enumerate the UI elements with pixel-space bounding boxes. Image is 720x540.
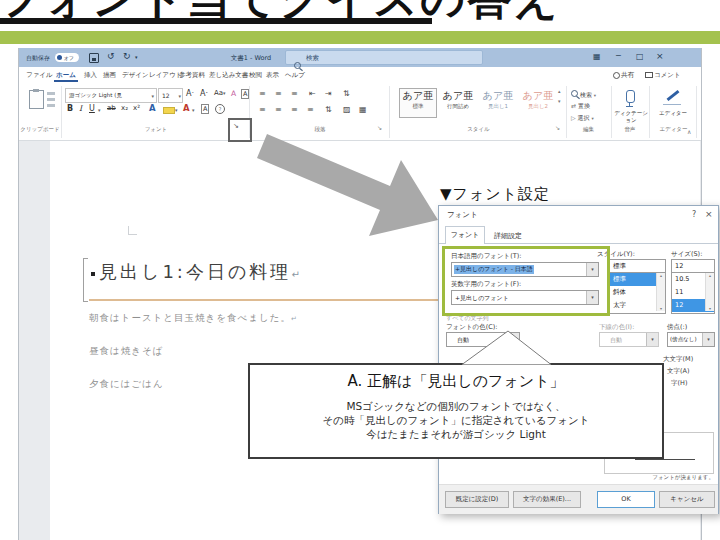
underline-color-dropdown-icon[interactable]: ▾ (646, 333, 658, 346)
style-scrollbar[interactable]: ▴ ▾ (656, 273, 665, 311)
shading-icon[interactable]: ▨ (343, 105, 351, 114)
emphasis-combo[interactable]: (傍点なし) ▾ (667, 332, 715, 347)
multilevel-list-icon[interactable]: ≡ (291, 89, 298, 98)
text-effects-button[interactable]: A (149, 103, 156, 113)
style-textbox[interactable]: 標準 (609, 259, 666, 273)
tab-layout[interactable]: レイアウト (149, 71, 182, 80)
style-card-heading1[interactable]: あア亜 見出し1 (479, 88, 517, 118)
ok-button[interactable]: OK (597, 491, 655, 508)
sort-icon[interactable]: ⇅ (343, 89, 350, 98)
redo-dropdown-icon[interactable]: ▾ (135, 54, 138, 60)
highlight-button[interactable] (163, 107, 175, 114)
size-textbox[interactable]: 12 (671, 259, 715, 273)
subscript-button[interactable]: x₂ (121, 104, 128, 112)
borders-icon[interactable]: ▦ (359, 105, 367, 114)
tab-help[interactable]: ヘルプ (285, 71, 305, 80)
maximize-icon[interactable]: □ (636, 52, 644, 61)
document-body-line2[interactable]: 昼食は焼きそば (89, 345, 163, 358)
tab-draw[interactable]: 描画 (103, 71, 116, 80)
search-box[interactable]: 検索 (285, 50, 483, 65)
character-border-button[interactable]: ? (215, 104, 225, 114)
tab-design[interactable]: デザイン (122, 71, 149, 80)
ruby-button[interactable]: A (231, 89, 236, 98)
comments-button[interactable]: コメント (654, 71, 681, 80)
align-left-icon[interactable]: ≡ (259, 105, 266, 114)
font-color-dropdown-icon[interactable]: ▾ (192, 107, 195, 113)
tab-home[interactable]: ホーム (56, 71, 76, 80)
underline-color-combo[interactable]: 自動 ▾ (599, 332, 659, 347)
styles-dialog-launcher-icon[interactable]: ↘ (555, 124, 560, 131)
style-card-nospacing[interactable]: あア亜 行間詰め (439, 88, 477, 118)
styles-scroll-down-icon[interactable]: ▾ (558, 98, 561, 104)
paragraph-dialog-launcher-icon[interactable]: ↘ (377, 124, 382, 131)
checkbox-allcaps-label[interactable]: 文字(A) (667, 367, 690, 376)
indent-increase-icon[interactable]: ⇥ (325, 89, 332, 98)
style-card-normal[interactable]: あア亜 標準 (399, 88, 437, 118)
cancel-button[interactable]: キャンセル (659, 491, 715, 508)
grow-font-button[interactable]: Aˆ (186, 89, 194, 98)
strikethrough-button[interactable]: ab (107, 104, 116, 112)
dictate-icon[interactable] (626, 90, 635, 103)
highlight-dropdown-icon[interactable]: ▾ (175, 107, 178, 113)
bold-button[interactable]: B (67, 104, 73, 113)
document-body-line3[interactable]: 夕食にはごはん (89, 378, 164, 391)
character-shading-button[interactable]: A (201, 104, 209, 114)
dialog-help-icon[interactable]: ? (692, 210, 696, 219)
align-right-icon[interactable]: ≡ (291, 105, 298, 114)
select-button[interactable]: ▷ 選択 ▾ (571, 114, 594, 123)
redo-icon[interactable]: ↻ (123, 51, 131, 61)
set-as-default-button[interactable]: 既定に設定(D) (445, 491, 509, 508)
save-icon[interactable] (89, 53, 99, 63)
find-button[interactable]: 検索 ▾ (571, 90, 596, 100)
indent-decrease-icon[interactable]: ⇤ (309, 89, 316, 98)
shrink-font-button[interactable]: Aˇ (200, 89, 208, 98)
justify-icon[interactable]: ≡ (307, 105, 314, 114)
size-listbox[interactable]: 10.5 11 12 ▴ ▾ (671, 272, 715, 314)
cut-icon[interactable] (47, 92, 55, 95)
numbering-icon[interactable]: ≡ (275, 89, 282, 98)
share-button[interactable]: 共有 (621, 71, 634, 80)
tab-insert[interactable]: 挿入 (84, 71, 97, 80)
checkbox-smallcaps-label[interactable]: 大文字(M) (663, 355, 693, 364)
emphasis-dropdown-icon[interactable]: ▾ (702, 333, 714, 346)
paste-button[interactable] (29, 90, 44, 109)
font-color-dropdown-icon[interactable]: ▾ (507, 333, 519, 346)
align-center-icon[interactable]: ≡ (275, 105, 282, 114)
tab-view[interactable]: 表示 (266, 71, 279, 80)
font-size-combo[interactable]: 12 ▾ (158, 88, 183, 103)
line-spacing-icon[interactable]: ⇅ (325, 105, 332, 114)
tab-references[interactable]: 参考資料 (179, 71, 205, 80)
checkbox-hidden-label[interactable]: 字(H) (671, 379, 687, 388)
dialog-close-icon[interactable]: × (705, 209, 713, 219)
style-listbox[interactable]: 標準 斜体 太字 ▴ ▾ (609, 272, 666, 314)
enclose-characters-button[interactable]: A (241, 89, 249, 99)
font-name-combo[interactable]: 游ゴシック Light (見 ▾ (65, 88, 157, 103)
italic-button[interactable]: I (79, 104, 82, 113)
minimize-icon[interactable]: ─ (616, 51, 621, 60)
superscript-button[interactable]: x² (133, 104, 140, 112)
format-painter-icon[interactable] (47, 104, 55, 107)
replace-button[interactable]: ⇄ 置換 (571, 102, 590, 111)
size-scrollbar[interactable]: ▴ ▾ (705, 273, 714, 311)
dictate-button[interactable]: ディクテーション (613, 110, 649, 123)
close-icon[interactable]: × (656, 51, 664, 61)
document-body-line1[interactable]: 朝食はトーストと目玉焼きを食べました。↵ (89, 312, 298, 325)
style-card-heading2[interactable]: あア亜 見出し2 (519, 88, 557, 118)
text-effects-button[interactable]: 文字の効果(E)... (513, 491, 581, 508)
editor-button[interactable]: エディター (655, 110, 691, 117)
dialog-tab-advanced[interactable]: 詳細設定 (485, 229, 531, 243)
bullets-icon[interactable]: ≡ (259, 89, 266, 98)
copy-icon[interactable] (47, 98, 55, 101)
autosave-toggle[interactable]: オフ (55, 53, 79, 62)
font-color-button[interactable]: A (183, 103, 190, 113)
styles-scroll-up-icon[interactable]: ▴ (558, 88, 561, 94)
tab-file[interactable]: ファイル (26, 71, 53, 80)
underline-button[interactable]: U (89, 104, 95, 113)
tab-mailings[interactable]: 差し込み文書 (209, 71, 248, 80)
dialog-tab-font[interactable]: フォント (445, 226, 485, 244)
font-color-combo[interactable]: 自動 ▾ (446, 332, 520, 347)
undo-icon[interactable]: ↺ (107, 51, 115, 61)
underline-dropdown-icon[interactable]: ▾ (98, 107, 101, 113)
editor-icon[interactable] (667, 90, 680, 101)
ribbon-display-options-icon[interactable]: ▦ (593, 52, 601, 61)
